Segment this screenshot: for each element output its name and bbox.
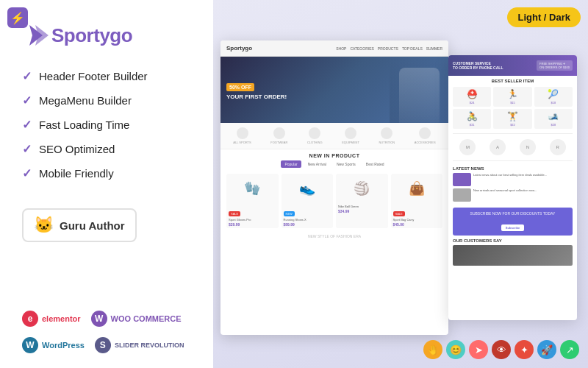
lightning-icon: ⚡	[10, 11, 25, 25]
side-subscribe-section: SUBSCRIBE NOW FOR OUR DISCOUNTS TODAY Su…	[453, 208, 573, 236]
product-info-2: NEW Running Shoes X $89.99	[282, 203, 334, 228]
cat-icon-2	[273, 127, 285, 139]
bottom-icon-hand[interactable]: 🤚	[423, 340, 442, 359]
tab-best-rated[interactable]: Best Rated	[362, 160, 388, 168]
side-product-img-5: 🏋️	[507, 111, 518, 121]
bottom-icon-face[interactable]: 😊	[446, 340, 465, 359]
cat-item-1: ALL SPORTS	[233, 127, 251, 144]
side-product-price-6: $28	[551, 123, 556, 127]
nav-products: PRODUCTS	[378, 46, 398, 51]
side-product-price-5: $22	[510, 123, 515, 127]
slider-icon: S	[95, 337, 111, 353]
side-banner-left: CUSTOMER SERVICETO ORDER BY PHONE CALL	[453, 61, 503, 71]
side-product-img-3: 🎾	[548, 89, 559, 99]
bottom-icon-eye[interactable]: 👁	[492, 340, 511, 359]
product-info-1: SALE Sport Gloves Pro $29.99	[226, 203, 279, 228]
news-thumb-1	[453, 173, 471, 186]
product-name-1: Sport Gloves Pro	[229, 218, 276, 222]
side-product-5: 🏋️ $22	[493, 109, 531, 129]
product-img-4: 👜	[391, 174, 443, 203]
feature-item-fast-loading: ✓ Fast Loading Time	[22, 118, 191, 132]
tab-new-sports[interactable]: New Sports	[333, 160, 359, 168]
side-product-img-1: ⛑️	[467, 89, 478, 99]
cat-item-5: NUTRITION	[379, 127, 395, 144]
tab-popular[interactable]: Popular	[281, 160, 301, 168]
tab-new-arrival[interactable]: New Arrival	[304, 160, 330, 168]
product-price-2: $89.99	[284, 222, 331, 227]
side-product-price-4: $31	[470, 123, 475, 127]
side-news-title: LATEST NEWS	[453, 166, 573, 171]
preview-area: Light / Dark Sportygo SHOP CATEGORIES PR…	[213, 0, 588, 368]
tech-woocommerce: W WOO COMMERCE	[91, 311, 182, 327]
feature-item-seo: ✓ SEO Optimized	[22, 142, 191, 156]
product-price-1: $29.99	[229, 222, 276, 227]
bottom-icon-rocket[interactable]: 🚀	[537, 340, 556, 359]
logo-s: S	[51, 24, 64, 46]
lightning-badge: ⚡	[7, 7, 28, 28]
bottom-icon-share[interactable]: ↗	[560, 340, 579, 359]
product-1: 🧤 SALE Sport Gloves Pro $29.99	[226, 174, 279, 228]
brand-logo-2: A	[490, 139, 506, 155]
product-sale-4: SALE	[393, 211, 405, 216]
preview-hero: 50% OFF YOUR FIRST ORDER!	[220, 57, 448, 123]
feature-label-5: Mobile Friendly	[39, 167, 114, 180]
cat-label-2: FOOTWEAR	[270, 141, 287, 144]
feature-item-header-footer: ✓ Header Footer Builder	[22, 69, 191, 83]
wordpress-icon: W	[22, 337, 38, 353]
side-best-seller-title: BEST SELLER ITEM	[448, 76, 577, 85]
nav-top-deals: TOP DEALS	[402, 46, 423, 51]
side-product-price-2: $15	[510, 101, 515, 105]
cat-icon-6	[419, 127, 431, 139]
tech-bar: e elementor W WOO COMMERCE W WordPress S…	[22, 311, 191, 353]
bottom-icon-star[interactable]: ✦	[514, 340, 534, 359]
brand-logo-1: M	[459, 139, 476, 155]
hero-person-silhouette	[399, 68, 440, 123]
preview-categories-row: ALL SPORTS FOOTWEAR CLOTHING EQUIPMENT N…	[220, 123, 448, 149]
preview-section-title: NEW IN PRODUCT	[220, 149, 448, 160]
slider-label: SLIDER REVOLUTION	[115, 342, 184, 349]
side-subscribe-button[interactable]: Subscribe	[501, 224, 524, 231]
left-panel: Sportygo ✓ Header Footer Builder ✓ MegaM…	[0, 0, 213, 368]
check-icon-1: ✓	[22, 69, 32, 83]
preview-hero-badge: 50% OFF	[226, 83, 254, 91]
side-news-items: Latest news about our best selling item …	[453, 173, 573, 202]
woocommerce-icon: W	[91, 311, 107, 327]
customer-testimonial-image	[453, 245, 573, 266]
cat-item-3: CLOTHING	[307, 127, 323, 144]
product-img-2: 👟	[282, 174, 334, 203]
side-product-img-6: 🎿	[548, 111, 559, 121]
side-divider-2	[453, 160, 573, 161]
tech-elementor: e elementor	[22, 311, 81, 327]
side-product-price-3: $18	[551, 101, 556, 105]
product-4: 👜 SALE Sport Bag Carry $45.00	[391, 174, 443, 228]
side-news-item-1: Latest news about our best selling item …	[453, 173, 573, 186]
side-customers-section: OUR CUSTOMERS SAY	[448, 238, 577, 269]
check-icon-2: ✓	[22, 93, 32, 107]
guru-author-badge: 🐱 Guru Author	[22, 208, 137, 242]
feature-item-megamenu: ✓ MegaMenu Builder	[22, 93, 191, 107]
side-preview-window: CUSTOMER SERVICETO ORDER BY PHONE CALL F…	[448, 55, 577, 320]
preview-hero-image	[390, 60, 448, 123]
cat-item-2: FOOTWEAR	[270, 127, 287, 144]
preview-navbar: Sportygo SHOP CATEGORIES PRODUCTS TOP DE…	[220, 40, 448, 57]
product-2: 👟 NEW Running Shoes X $89.99	[282, 174, 334, 228]
light-dark-label: Light / Dark	[517, 12, 570, 23]
product-3: 🏐 Nike Ball Green $34.99	[336, 174, 388, 228]
side-product-4: 🚴 $31	[453, 109, 491, 129]
features-list: ✓ Header Footer Builder ✓ MegaMenu Build…	[22, 69, 191, 191]
bottom-icons-row: 🤚 😊 ➤ 👁 ✦ 🚀 ↗	[423, 340, 579, 359]
woocommerce-label: WOO COMMERCE	[111, 314, 182, 323]
brand-logo-3: N	[520, 139, 536, 155]
light-dark-badge[interactable]: Light / Dark	[507, 7, 581, 27]
guru-label: Guru Author	[60, 219, 125, 232]
preview-hero-title: YOUR FIRST ORDER!	[226, 93, 287, 101]
bottom-icon-arrow[interactable]: ➤	[469, 340, 488, 359]
side-product-3: 🎾 $18	[534, 87, 573, 107]
check-icon-4: ✓	[22, 142, 32, 156]
logo-name: portygo	[64, 24, 132, 46]
cat-item-6: ACCESSORIES	[415, 127, 436, 144]
product-sale-2: NEW	[284, 211, 295, 216]
check-icon-5: ✓	[22, 166, 32, 180]
product-info-3: Nike Ball Green $34.99	[336, 203, 388, 215]
cat-label-6: ACCESSORIES	[415, 141, 436, 144]
